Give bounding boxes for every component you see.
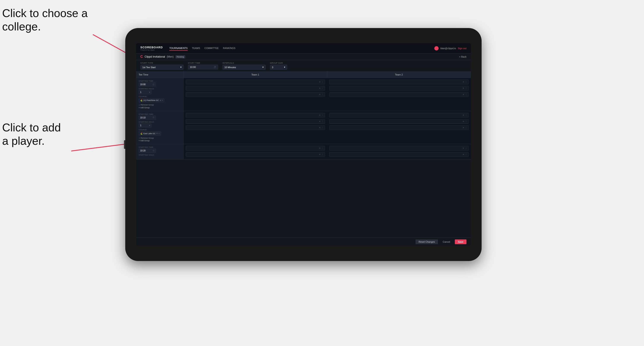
- starting-hole-value-1: 1: [140, 91, 142, 93]
- expand-icon: ⋮: [465, 127, 467, 129]
- expand-icon: ⋮: [322, 81, 324, 83]
- expand-icon: ⋮: [322, 87, 324, 89]
- x-icon: ✕: [462, 120, 464, 123]
- nav-link-rankings[interactable]: RANKINGS: [223, 46, 236, 51]
- expand-icon: ⋮: [322, 153, 324, 156]
- player-slot-1-2[interactable]: ✕⋮: [186, 86, 325, 91]
- starting-time-input-1[interactable]: 10:00 ⏱: [139, 82, 156, 86]
- clock-icon: ⏱: [214, 66, 216, 68]
- expand-icon: ⋮: [322, 120, 324, 123]
- starting-hole-input-1[interactable]: 1 ▾: [139, 90, 152, 94]
- player-slot-4-2[interactable]: ✕⋮: [329, 119, 469, 124]
- starting-hole-input-2[interactable]: 1 ▾: [139, 123, 152, 128]
- player-slot-3-1[interactable]: ✕⋮: [186, 113, 325, 118]
- nav-logo: SCOREBOARD Powered by clippd: [140, 46, 163, 51]
- group-size-group: Group Size 3 ▾: [270, 62, 287, 70]
- expand-icon: ⋮: [465, 114, 467, 116]
- start-time-value: 10:00: [190, 66, 196, 68]
- group-size-label: Group Size: [270, 62, 287, 64]
- x-icon: ✕: [319, 81, 321, 83]
- nav-link-tournaments[interactable]: TOURNAMENTS: [169, 46, 188, 51]
- x-icon: ✕: [319, 147, 321, 149]
- course-name-1: (A) Peachtree GC: [144, 99, 159, 101]
- player-slot-2-1[interactable]: ✕⋮: [329, 80, 469, 84]
- player-slot-6-2[interactable]: ✕⋮: [329, 152, 469, 157]
- remove-icon-2: ○: [139, 137, 140, 139]
- remove-icon-1: ○: [139, 104, 140, 106]
- x-icon: ✕: [319, 153, 321, 156]
- course-name-2: East Lake GC: [144, 133, 156, 135]
- player-slot-4-3[interactable]: ✕⋮: [329, 125, 469, 130]
- group-actions-1: ○ Remove Group + Add Group: [139, 104, 181, 109]
- x-icon: ✕: [462, 127, 464, 129]
- player-slot-1-1[interactable]: ✕⋮: [186, 80, 325, 84]
- player-slot-6-1[interactable]: ✕⋮: [329, 146, 469, 151]
- team1-group-3: ✕⋮ ✕⋮: [184, 144, 327, 159]
- course-remove-2[interactable]: ×: [156, 132, 158, 135]
- avatar: [434, 46, 438, 50]
- x-icon: ✕: [462, 114, 464, 116]
- starting-time-input-3[interactable]: 10:20 ⏱: [139, 149, 156, 153]
- x-icon: ✕: [319, 93, 321, 96]
- expand-icon: ⋮: [465, 93, 467, 96]
- remove-group-2[interactable]: ○ Remove Group: [139, 137, 181, 139]
- group-size-value: 3: [272, 66, 273, 69]
- starting-time-value-3: 10:20: [140, 150, 146, 152]
- start-type-label: Start Type: [140, 62, 184, 64]
- breadcrumb-bar: C Clippd Invitational (Men) Hosting < Ba…: [136, 53, 471, 60]
- starting-time-input-2[interactable]: 10:10 ⏱: [139, 116, 156, 120]
- player-slot-2-2[interactable]: ✕⋮: [329, 86, 469, 91]
- hole-chevron-1: ▾: [149, 91, 150, 93]
- nav-bar: SCOREBOARD Powered by clippd TOURNAMENTS…: [136, 43, 471, 53]
- start-type-value: 1st Tee Start: [142, 66, 156, 69]
- player-slot-4-1[interactable]: ✕⋮: [329, 113, 469, 118]
- course-tag-1[interactable]: ⛳ (A) Peachtree GC × ▾: [139, 98, 164, 102]
- start-time-select[interactable]: 10:00 ⏱: [188, 65, 218, 69]
- x-icon: ✕: [319, 87, 321, 89]
- save-button[interactable]: Save: [455, 239, 466, 244]
- starting-time-value-1: 10:00: [140, 83, 146, 86]
- add-group-2[interactable]: + Add Group: [139, 140, 181, 142]
- th-team1: Team 1: [184, 72, 327, 78]
- scroll-content[interactable]: STARTING TIME: 10:00 ⏱ STARTING HOLE: 1 …: [136, 78, 471, 237]
- nav-right: blair@clippd.io Sign out: [434, 46, 466, 50]
- course-chevron-2: ▾: [158, 133, 160, 135]
- th-team2: Team 2: [327, 72, 471, 78]
- group-size-select[interactable]: 3 ▾: [270, 65, 287, 70]
- remove-group-1[interactable]: ○ Remove Group: [139, 104, 181, 106]
- nav-link-teams[interactable]: TEAMS: [192, 46, 200, 51]
- start-type-select[interactable]: 1st Tee Start ▾: [140, 65, 184, 70]
- course-tag-2[interactable]: ⛳ East Lake GC × ▾: [139, 131, 161, 136]
- x-icon: ✕: [319, 120, 321, 123]
- x-icon: ✕: [319, 114, 321, 116]
- x-icon: ✕: [319, 127, 321, 129]
- intervals-select[interactable]: 10 Minutes ▾: [222, 65, 266, 70]
- expand-icon: ⋮: [322, 127, 324, 129]
- clippd-logo: C: [140, 55, 143, 59]
- back-button[interactable]: < Back: [459, 55, 466, 58]
- starting-time-label-1: STARTING TIME:: [139, 80, 181, 82]
- group-left-3: STARTING TIME: 10:20 ⏱ STARTING HOLE:: [136, 144, 184, 159]
- player-slot-3-3[interactable]: ✕⋮: [186, 125, 325, 130]
- cancel-button[interactable]: Cancel: [440, 239, 453, 244]
- reset-changes-button[interactable]: Reset Changes: [416, 239, 438, 244]
- nav-link-committee[interactable]: COMMITTEE: [204, 46, 219, 51]
- x-icon: ✕: [462, 153, 464, 156]
- player-slot-5-1[interactable]: ✕⋮: [186, 146, 325, 151]
- player-slot-3-2[interactable]: ✕⋮: [186, 119, 325, 124]
- sign-out-link[interactable]: Sign out: [458, 47, 466, 50]
- expand-icon: ⋮: [465, 81, 467, 83]
- group-actions-2: ○ Remove Group + Add Group: [139, 137, 181, 142]
- user-email: blair@clippd.io: [440, 47, 456, 50]
- course-label-1: COURSE:: [139, 96, 181, 98]
- add-group-1[interactable]: + Add Group: [139, 107, 181, 109]
- player-slot-1-3[interactable]: ✕⋮: [186, 92, 325, 97]
- table-header: Tee Time Team 1 Team 2: [136, 72, 471, 78]
- time-icon-1: ⏱: [152, 83, 154, 86]
- nav-links: TOURNAMENTS TEAMS COMMITTEE RANKINGS: [169, 46, 434, 51]
- group-left-1: STARTING TIME: 10:00 ⏱ STARTING HOLE: 1 …: [136, 78, 184, 111]
- course-remove-1[interactable]: ×: [160, 99, 161, 102]
- player-slot-2-3[interactable]: ✕⋮: [329, 92, 469, 97]
- player-slot-5-2[interactable]: ✕⋮: [186, 152, 325, 157]
- start-time-group: Start Time 10:00 ⏱: [188, 62, 218, 70]
